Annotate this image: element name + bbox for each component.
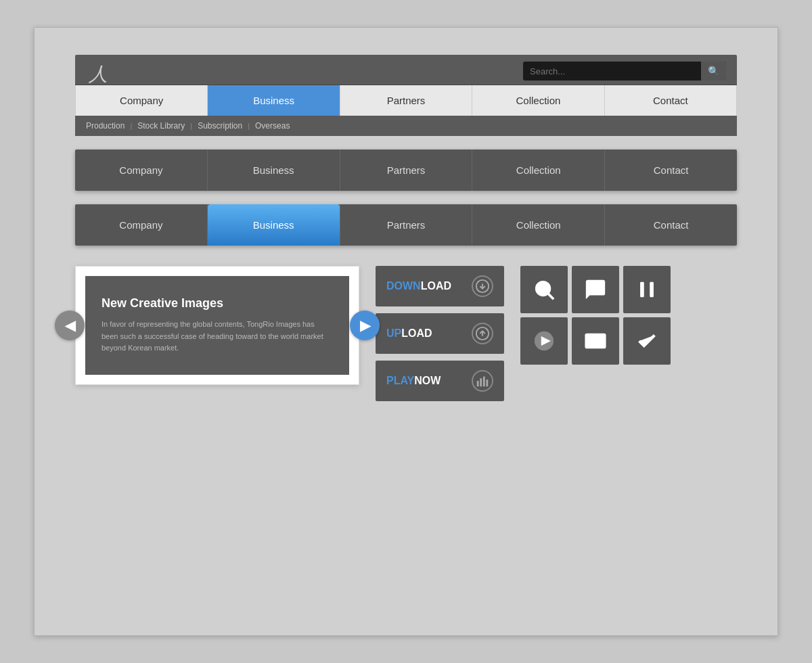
slide-text: In favor of representing the global cont… bbox=[102, 319, 333, 355]
logo-area: 人 bbox=[86, 60, 113, 87]
nav3-contact[interactable]: Contact bbox=[605, 204, 737, 246]
slide-next-button[interactable]: ▶ bbox=[350, 311, 380, 340]
svg-rect-6 bbox=[480, 378, 482, 386]
svg-line-10 bbox=[548, 294, 554, 299]
nav2-contact[interactable]: Contact bbox=[605, 150, 737, 191]
navbar1-menu: Company Business Partners Collection Con… bbox=[75, 85, 737, 116]
play-prefix: PLAY bbox=[386, 375, 414, 386]
playnow-button[interactable]: PLAYNOW bbox=[376, 361, 504, 401]
pause-icon-cell[interactable] bbox=[623, 266, 671, 313]
nav1-contact[interactable]: Contact bbox=[605, 85, 737, 116]
mail-icon-cell[interactable] bbox=[572, 317, 619, 365]
sub-stock[interactable]: Stock Library bbox=[137, 121, 185, 131]
slideshow-inner: New Creative Images In favor of represen… bbox=[85, 276, 349, 375]
nav1-collection[interactable]: Collection bbox=[472, 85, 604, 116]
playnow-icon bbox=[472, 370, 493, 392]
nav3-company[interactable]: Company bbox=[75, 204, 208, 246]
upload-prefix: UP bbox=[386, 327, 401, 339]
next-arrow-icon: ▶ bbox=[360, 319, 370, 332]
nav2-partners[interactable]: Partners bbox=[340, 150, 473, 191]
svg-rect-5 bbox=[477, 381, 479, 386]
sub-div3: | bbox=[248, 122, 250, 130]
nav2-company[interactable]: Company bbox=[75, 150, 208, 191]
bottom-section: ◀ New Creative Images In favor of repres… bbox=[75, 266, 737, 401]
slide-prev-button[interactable]: ◀ bbox=[55, 311, 85, 340]
search-input[interactable] bbox=[523, 62, 701, 81]
download-prefix: DOWN bbox=[386, 280, 421, 292]
upload-button[interactable]: UPLOAD bbox=[376, 313, 504, 354]
nav2-business[interactable]: Business bbox=[208, 150, 340, 191]
sub-div1: | bbox=[130, 122, 132, 130]
sub-div2: | bbox=[190, 122, 192, 130]
navbar1-top: 人 🔍 bbox=[75, 55, 737, 85]
check-icon-cell[interactable] bbox=[623, 317, 671, 365]
navbar2: Company Business Partners Collection Con… bbox=[75, 150, 737, 191]
svg-text:人: 人 bbox=[88, 64, 108, 85]
svg-rect-8 bbox=[487, 380, 489, 386]
svg-point-9 bbox=[537, 282, 550, 296]
svg-rect-11 bbox=[640, 282, 644, 298]
prev-arrow-icon: ◀ bbox=[65, 319, 75, 332]
search-icon-cell[interactable] bbox=[520, 266, 568, 313]
svg-rect-12 bbox=[650, 282, 654, 298]
sub-overseas[interactable]: Overseas bbox=[255, 121, 290, 131]
download-icon bbox=[472, 275, 493, 297]
action-buttons: DOWNLOAD UPLOAD bbox=[376, 266, 504, 401]
main-container: 人 🔍 Company Business Partners Collection… bbox=[34, 27, 778, 636]
sub-subscription[interactable]: Subscription bbox=[198, 121, 242, 131]
download-label: DOWNLOAD bbox=[386, 280, 451, 292]
svg-rect-7 bbox=[483, 377, 485, 387]
nav1-business[interactable]: Business bbox=[208, 85, 340, 116]
navbar1-sub: Production | Stock Library | Subscriptio… bbox=[75, 116, 737, 136]
nav1-partners[interactable]: Partners bbox=[340, 85, 472, 116]
search-button[interactable]: 🔍 bbox=[701, 62, 726, 81]
nav3-partners[interactable]: Partners bbox=[340, 204, 473, 246]
upload-suffix: LOAD bbox=[401, 327, 432, 339]
navbar3: Company Business Partners Collection Con… bbox=[75, 204, 737, 246]
nav2-collection[interactable]: Collection bbox=[472, 150, 605, 191]
upload-icon bbox=[472, 323, 493, 344]
nav3-business[interactable]: Business bbox=[208, 204, 340, 246]
play-icon-cell[interactable] bbox=[520, 317, 568, 365]
navbar1: 人 🔍 Company Business Partners Collection… bbox=[75, 55, 737, 136]
upload-label: UPLOAD bbox=[386, 327, 432, 340]
nav1-company[interactable]: Company bbox=[75, 85, 208, 116]
playnow-label: PLAYNOW bbox=[386, 375, 441, 387]
icon-grid bbox=[520, 266, 671, 365]
download-suffix: LOAD bbox=[421, 280, 451, 292]
slideshow-container: ◀ New Creative Images In favor of repres… bbox=[75, 266, 359, 385]
slide-title: New Creative Images bbox=[102, 296, 333, 311]
chat-icon-cell[interactable] bbox=[572, 266, 619, 313]
nav3-collection[interactable]: Collection bbox=[472, 204, 605, 246]
download-button[interactable]: DOWNLOAD bbox=[376, 266, 504, 306]
slideshow-card: New Creative Images In favor of represen… bbox=[75, 266, 359, 385]
play-suffix: NOW bbox=[414, 375, 441, 386]
sub-production[interactable]: Production bbox=[86, 121, 125, 131]
search-bar: 🔍 bbox=[523, 62, 726, 81]
